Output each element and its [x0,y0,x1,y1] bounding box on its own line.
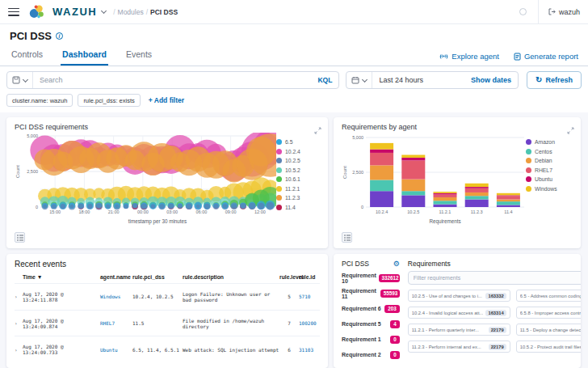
row-expand-icon[interactable]: › [15,294,23,299]
inspect-data-icon[interactable] [342,232,352,243]
legend-item[interactable]: 11.4 [276,205,318,210]
saved-query-menu[interactable] [7,72,33,88]
requirements-title: Requirements [408,260,581,268]
row-expand-icon[interactable]: › [15,320,23,326]
legend-item[interactable]: Debian [526,158,568,163]
filter-requirements-input[interactable] [408,271,581,285]
stacked-bar-chart[interactable]: 02,5005,00010.2.410.2.511.2.111.2.311.4R… [342,133,526,226]
generate-report-button[interactable]: Generate report [514,52,578,61]
requirement-chip-count: 163314 [485,310,506,316]
table-row[interactable]: ›Aug 17, 2020 @ 13:24:09.874RHEL711.5Fil… [15,310,320,336]
requirement-chip[interactable]: 11.2.3 - Perform internal and ex...22179 [408,341,510,353]
legend-item[interactable]: Amazon [526,139,568,145]
legend-label: RHEL7 [535,167,552,173]
tab-dashboard[interactable]: Dashboard [61,44,108,66]
requirement-chip[interactable]: 11.5 - Deploy a change detectio...28 [516,324,581,336]
event-rule-id-link[interactable]: 31103 [299,347,320,353]
requirement-chip[interactable]: 6.5 - Address common coding ...174 [516,290,581,302]
wazuh-logo[interactable] [29,4,44,19]
requirement-chip[interactable]: 10.2.4 - Invalid logical access att...16… [408,307,510,319]
column-header-rule-level[interactable]: rule.level [279,274,299,280]
legend-item[interactable]: RHEL7 [526,167,568,173]
panel-title: Recent events [15,260,320,269]
column-header-rule-id[interactable]: rule.id [299,274,320,280]
row-expand-icon[interactable]: › [15,347,23,353]
inspect-data-icon[interactable] [15,232,25,243]
expand-icon[interactable] [314,123,321,137]
requirement-chip[interactable]: 10.2.5 - Use of and changes to i...16333… [408,290,510,302]
legend-item[interactable]: 10.6.1 [276,176,318,182]
refresh-button[interactable]: ↻ Refresh [527,71,582,89]
chart-legend: AmazonCentosDebianRHEL7UbuntuWindows [526,133,568,232]
user-menu[interactable]: wazuh [538,0,580,24]
recent-events-panel: Recent events Time▼agent.namerule.pci_ds… [6,254,328,368]
svg-text:11.2.1: 11.2.1 [439,209,452,214]
table-header: Time▼agent.namerule.pci_dssrule.descript… [15,272,320,283]
legend-item[interactable]: 10.5.2 [276,167,318,173]
expand-icon[interactable] [567,123,574,137]
event-agent-link[interactable]: Ubuntu [100,347,132,353]
event-pci-dss: 11.5 [132,320,183,326]
table-row[interactable]: ›Aug 17, 2020 @ 13:24:11.878Windows10.2.… [15,283,320,310]
legend-item[interactable]: Windows [526,186,568,192]
column-header-Time[interactable]: Time▼ [23,274,100,280]
tab-controls[interactable]: Controls [10,44,44,66]
event-agent-link[interactable]: RHEL7 [100,320,132,326]
info-icon[interactable]: i [56,32,63,40]
legend-dot [526,149,531,154]
panel-title: Requirements by agent [342,123,573,131]
add-filter-button[interactable]: + Add filter [149,96,184,104]
table-row[interactable]: ›Aug 17, 2020 @ 13:24:09.733Ubuntu6.5, 1… [15,336,320,362]
generate-report-icon [514,53,521,61]
legend-item[interactable]: 6.5 [276,139,318,145]
pci-requirement-label: Requirement 2 [342,352,381,357]
pci-requirement-row[interactable]: Requirement 10 [342,332,400,347]
column-header-agent-name[interactable]: agent.name [100,274,132,280]
health-status-icon[interactable] [519,8,527,15]
pci-requirements-panel: PCI DSS ⚙ Requirement 10332612Requiremen… [334,254,581,368]
legend-item[interactable]: Centos [526,149,568,154]
legend-item[interactable]: 10.2.5 [276,158,318,163]
legend-item[interactable]: Ubuntu [526,176,568,182]
menu-icon[interactable] [8,8,19,16]
column-header-rule-pci_dss[interactable]: rule.pci_dss [132,274,183,280]
date-quick-menu[interactable] [346,72,372,88]
brand-wordmark[interactable]: WAZUH [52,6,97,18]
breadcrumb-section[interactable]: Modules [118,8,144,16]
legend-item[interactable]: 11.2.1 [276,186,318,192]
filter-chip[interactable]: rule.pci_dss: exists [78,94,140,107]
legend-item[interactable]: 11.2.3 [276,195,318,201]
tab-events[interactable]: Events [124,44,153,66]
pci-requirement-row[interactable]: Requirement 6203 [342,301,400,316]
legend-dot [526,139,531,145]
show-dates-button[interactable]: Show dates [464,76,518,84]
bubble-chart[interactable]: 15:0018:0021:0000:0003:0006:0009:0012:00… [15,133,276,226]
kql-toggle[interactable]: KQL [311,76,338,84]
pci-dss-requirements-panel: PCI DSS requirements 15:0018:0021:0000:0… [6,117,328,248]
search-input[interactable] [33,76,311,84]
event-rule-id-link[interactable]: 100200 [299,320,320,326]
pci-requirement-row[interactable]: Requirement 1155593 [342,286,400,301]
legend-item[interactable]: 10.2.4 [276,149,318,154]
legend-label: 10.6.1 [285,176,300,182]
event-level: 7 [279,320,299,326]
pci-requirement-row[interactable]: Requirement 20 [342,347,400,362]
requirement-chip[interactable]: 11.2.1 - Perform quarterly inter...22179 [408,324,510,336]
chevron-down-icon [362,76,368,82]
page-title: PCI DSS [10,30,52,42]
filter-chip[interactable]: cluster.name: wazuh [6,94,73,107]
chevron-down-icon[interactable] [101,8,107,14]
event-description: File modified in /home/wazuh directory [183,318,279,329]
gear-icon[interactable]: ⚙ [393,260,400,268]
event-rule-id-link[interactable]: 5710 [299,294,320,299]
pci-requirement-row[interactable]: Requirement 10332612 [342,270,400,286]
requirement-chip[interactable]: 6.5.8 - Improper access control ...29 [516,307,581,319]
pci-requirement-row[interactable]: Requirement 54 [342,316,400,332]
requirement-chip[interactable]: 10.5.2 - Protect audit trail files fr...… [516,341,581,353]
date-range-label[interactable]: Last 24 hours [372,76,464,84]
svg-text:10.2.5: 10.2.5 [407,209,419,214]
event-agent-link[interactable]: Windows [100,294,132,299]
column-header-rule-description[interactable]: rule.description [183,274,279,280]
requirements-list: Requirements 10.2.5 - Use of and changes… [408,260,581,362]
explore-agent-button[interactable]: Explore agent [439,52,499,61]
